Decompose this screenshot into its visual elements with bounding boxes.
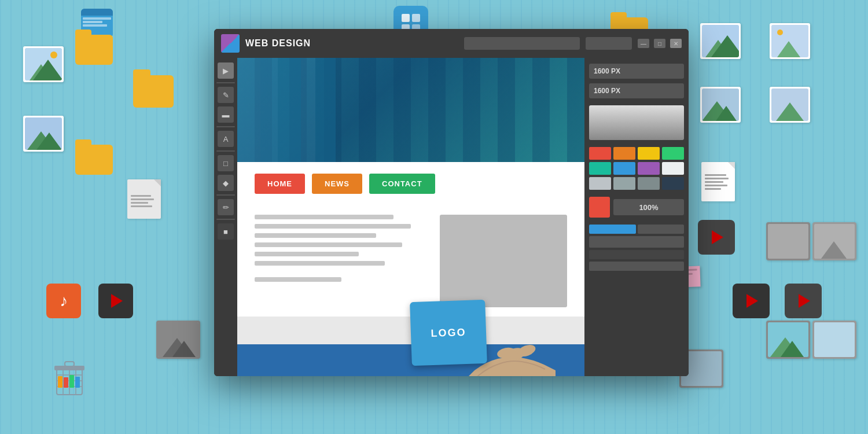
video-icon-1[interactable]	[698, 220, 735, 255]
document-icon-2[interactable]	[127, 179, 161, 219]
svg-rect-16	[75, 377, 80, 388]
photo-icon-4[interactable]	[770, 87, 810, 123]
video-icon-2[interactable]	[785, 284, 822, 318]
document-icon-1[interactable]	[701, 162, 735, 201]
svg-rect-12	[65, 362, 74, 366]
nav-home-button[interactable]: HOME	[255, 174, 305, 194]
content-section	[237, 205, 584, 317]
content-line-2	[255, 224, 411, 229]
separator-5	[216, 219, 235, 220]
svg-rect-13	[58, 376, 62, 388]
panel-full-bar-3[interactable]	[589, 262, 684, 271]
photo-bottom-3[interactable]	[812, 222, 856, 260]
frame-tool[interactable]: □	[218, 155, 234, 171]
content-line-3	[255, 233, 376, 238]
nav-news-button[interactable]: NEWS	[312, 174, 362, 194]
title-search-bar[interactable]	[464, 37, 580, 50]
svg-rect-1	[412, 14, 420, 22]
minimize-button[interactable]: —	[638, 39, 649, 48]
color-medium-gray[interactable]	[613, 177, 635, 190]
zoom-field[interactable]: 100%	[613, 199, 684, 215]
window-controls: — □ ✕	[638, 39, 682, 48]
separator-2	[216, 126, 235, 127]
title-bar: WEB DESIGN — □ ✕	[214, 29, 689, 58]
color-silver[interactable]	[589, 177, 611, 190]
close-button[interactable]: ✕	[670, 39, 682, 48]
left-toolbar: ▶ ✎ ▬ A □ ◆ ✏ ■	[214, 58, 237, 376]
color-teal[interactable]	[589, 162, 611, 175]
trash-icon[interactable]	[52, 359, 87, 399]
color-light-gray[interactable]	[662, 162, 684, 175]
photo-bottom-4[interactable]	[766, 321, 810, 359]
content-left	[255, 215, 428, 307]
video-icon-dark[interactable]	[98, 284, 133, 318]
svg-rect-14	[64, 377, 68, 388]
content-line-5	[255, 252, 359, 256]
photo-icon-2[interactable]	[770, 23, 810, 59]
svg-rect-15	[69, 375, 74, 388]
rect-tool[interactable]: ▬	[218, 106, 234, 123]
color-dark[interactable]	[662, 177, 684, 190]
nav-contact-button[interactable]: CONTACT	[369, 174, 435, 194]
diamond-tool[interactable]: ◆	[218, 175, 234, 191]
color-green[interactable]	[662, 147, 684, 160]
svg-rect-0	[402, 14, 410, 22]
color-purple[interactable]	[638, 162, 660, 175]
panel-controls-group	[589, 225, 684, 271]
music-icon[interactable]: ♪	[46, 284, 81, 318]
gradient-swatch	[589, 105, 684, 140]
accent-swatch[interactable]	[589, 197, 610, 218]
video-icon-3[interactable]	[733, 284, 770, 318]
separator-1	[216, 82, 235, 83]
color-orange[interactable]	[613, 147, 635, 160]
color-yellow[interactable]	[638, 147, 660, 160]
design-software-window: WEB DESIGN — □ ✕ ▶ ✎ ▬ A □ ◆ ✏ ■ 1600 PX…	[214, 29, 689, 376]
folder-icon-2[interactable]	[133, 75, 174, 108]
panel-full-bar-1[interactable]	[589, 236, 684, 248]
text-tool[interactable]: A	[218, 131, 234, 147]
photo-bottom-2[interactable]	[766, 222, 810, 260]
website-mockup: HOME NEWS CONTACT	[237, 58, 584, 376]
color-btn-blue[interactable]	[589, 225, 636, 234]
panel-line-1[interactable]	[638, 225, 685, 234]
logo-label: LOGO	[431, 326, 466, 339]
hero-section	[237, 58, 584, 162]
nav-section: HOME NEWS CONTACT	[237, 162, 584, 205]
right-panel: 1600 PX 1600 PX 100%	[584, 58, 689, 376]
color-palette	[589, 147, 684, 190]
content-line-1	[255, 215, 393, 219]
photo-icon-1[interactable]	[700, 23, 741, 59]
color-red[interactable]	[589, 147, 611, 160]
width-field[interactable]: 1600 PX	[589, 64, 684, 79]
content-line-4	[255, 242, 402, 247]
photo-icon-3[interactable]	[700, 87, 741, 123]
content-line-6	[255, 261, 385, 266]
maximize-button[interactable]: □	[654, 39, 665, 48]
folder-icon-1[interactable]	[75, 35, 113, 65]
photo-icon-6[interactable]	[23, 116, 64, 152]
window-title: WEB DESIGN	[245, 38, 458, 49]
panel-full-bar-2[interactable]	[589, 250, 684, 259]
title-extra-control	[586, 37, 632, 50]
color-gray[interactable]	[638, 177, 660, 190]
folder-icon-3[interactable]	[75, 145, 113, 175]
app-logo	[221, 34, 240, 53]
panel-color-row-1	[589, 225, 684, 234]
content-image-placeholder	[440, 215, 567, 307]
photo-bottom-1[interactable]	[156, 321, 200, 359]
height-field[interactable]: 1600 PX	[589, 83, 684, 98]
select-tool[interactable]: ▶	[218, 62, 234, 79]
content-line-7	[255, 277, 341, 282]
zoom-row: 100%	[589, 197, 684, 218]
erase-tool[interactable]: ✏	[218, 199, 234, 215]
photo-icon-5[interactable]	[23, 46, 64, 82]
separator-3	[216, 150, 235, 152]
color-bars	[237, 58, 336, 162]
logo-card[interactable]: LOGO	[410, 300, 487, 366]
color-blue[interactable]	[613, 162, 635, 175]
draw-tool[interactable]: ✎	[218, 87, 234, 103]
photo-bottom-5[interactable]	[812, 321, 856, 359]
fill-tool[interactable]: ■	[218, 223, 234, 240]
separator-4	[216, 194, 235, 196]
canvas-area: HOME NEWS CONTACT	[237, 58, 584, 376]
